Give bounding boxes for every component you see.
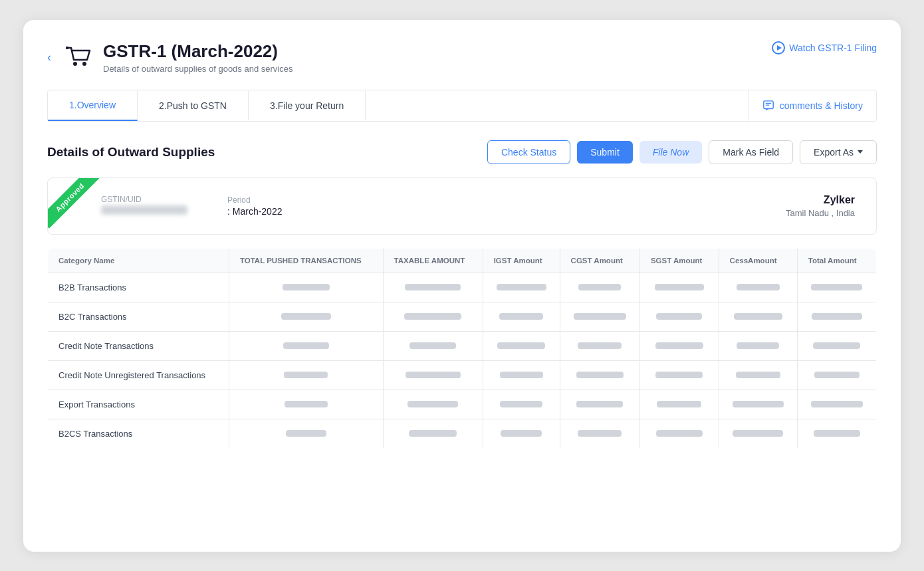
transactions-table: Category Name TOTAL PUSHED TRANSACTIONS … xyxy=(47,248,877,449)
tab-overview[interactable]: 1.Overview xyxy=(48,90,138,121)
gstin-block: GSTIN/UID xyxy=(101,195,187,217)
data-cell xyxy=(797,390,876,419)
main-card: ‹ GSTR-1 (March-2022) Details of outward… xyxy=(23,20,901,552)
page-header: ‹ GSTR-1 (March-2022) Details of outward… xyxy=(47,41,877,74)
tabs-bar: 1.Overview 2.Push to GSTN 3.File your Re… xyxy=(47,90,877,122)
data-cell xyxy=(383,273,483,302)
company-location: Tamil Nadu , India xyxy=(786,208,855,218)
info-card: Approved GSTIN/UID Period : March-2022 Z… xyxy=(47,177,877,235)
table-header-row: Category Name TOTAL PUSHED TRANSACTIONS … xyxy=(48,248,877,273)
page-title: GSTR-1 (March-2022) xyxy=(103,41,292,62)
svg-rect-0 xyxy=(66,47,68,49)
data-cell xyxy=(719,302,797,331)
data-cell xyxy=(383,302,483,331)
mark-as-field-button[interactable]: Mark As Field xyxy=(709,140,793,164)
data-cell xyxy=(560,273,639,302)
cart-icon xyxy=(62,41,94,73)
back-button[interactable]: ‹ xyxy=(47,51,51,64)
data-cell xyxy=(560,302,639,331)
comments-icon xyxy=(762,100,774,112)
data-cell xyxy=(639,390,719,419)
watch-label: Watch GSTR-1 Filing xyxy=(789,43,877,53)
comments-history-button[interactable]: comments & History xyxy=(749,90,876,121)
tab-push-gstn[interactable]: 2.Push to GSTN xyxy=(138,91,249,120)
table-row: Credit Note Unregistered Transactions xyxy=(48,360,877,390)
col-category: Category Name xyxy=(48,248,229,273)
actions-group: Check Status Submit File Now Mark As Fie… xyxy=(487,140,877,164)
col-total: Total Amount xyxy=(797,248,876,273)
table-row: B2CS Transactions xyxy=(48,419,877,448)
data-cell xyxy=(560,331,639,360)
svg-point-2 xyxy=(82,62,86,66)
svg-point-1 xyxy=(73,62,77,66)
data-cell xyxy=(229,360,383,390)
data-cell xyxy=(797,273,876,302)
data-cell xyxy=(483,331,560,360)
table-row: B2C Transactions xyxy=(48,302,877,331)
category-cell: B2C Transactions xyxy=(48,302,229,331)
category-cell: Credit Note Transactions xyxy=(48,331,229,360)
category-cell: Credit Note Unregistered Transactions xyxy=(48,360,229,390)
table-body: B2B TransactionsB2C TransactionsCredit N… xyxy=(48,273,877,448)
col-taxable: TAXABLE AMOUNT xyxy=(383,248,483,273)
data-cell xyxy=(719,360,797,390)
data-cell xyxy=(797,331,876,360)
data-cell xyxy=(639,331,719,360)
data-cell xyxy=(639,419,719,448)
data-cell xyxy=(719,419,797,448)
category-cell: Export Transactions xyxy=(48,390,229,419)
data-cell xyxy=(797,302,876,331)
data-cell xyxy=(560,390,639,419)
approved-ribbon: Approved xyxy=(48,178,101,229)
chevron-down-icon xyxy=(858,150,863,154)
approved-badge: Approved xyxy=(48,178,108,235)
section-title: Details of Outward Supplies xyxy=(47,145,215,160)
watch-gstr-link[interactable]: Watch GSTR-1 Filing xyxy=(772,41,877,55)
data-cell xyxy=(639,360,719,390)
company-name: Zylker xyxy=(786,194,855,206)
tab-file-return[interactable]: 3.File your Return xyxy=(249,91,366,120)
section-header: Details of Outward Supplies Check Status… xyxy=(47,140,877,164)
data-cell xyxy=(483,302,560,331)
header-left: ‹ GSTR-1 (March-2022) Details of outward… xyxy=(47,41,292,74)
data-cell xyxy=(560,419,639,448)
data-cell xyxy=(229,390,383,419)
period-value: : March-2022 xyxy=(227,206,282,217)
gstin-value xyxy=(101,205,187,217)
data-cell xyxy=(719,390,797,419)
export-as-button[interactable]: Export As xyxy=(800,140,877,164)
period-label: Period xyxy=(227,195,282,205)
data-cell xyxy=(719,273,797,302)
data-cell xyxy=(797,360,876,390)
data-cell xyxy=(229,302,383,331)
col-cgst: CGST Amount xyxy=(560,248,639,273)
data-cell xyxy=(383,390,483,419)
company-block: Zylker Tamil Nadu , India xyxy=(786,194,855,218)
table-row: Export Transactions xyxy=(48,390,877,419)
table-row: B2B Transactions xyxy=(48,273,877,302)
play-icon xyxy=(772,41,785,55)
category-cell: B2B Transactions xyxy=(48,273,229,302)
col-sgst: SGST Amount xyxy=(639,248,719,273)
data-cell xyxy=(483,390,560,419)
col-total-pushed: TOTAL PUSHED TRANSACTIONS xyxy=(229,248,383,273)
data-cell xyxy=(383,331,483,360)
data-cell xyxy=(719,331,797,360)
data-cell xyxy=(483,360,560,390)
title-group: GSTR-1 (March-2022) Details of outward s… xyxy=(103,41,292,74)
data-cell xyxy=(639,302,719,331)
check-status-button[interactable]: Check Status xyxy=(487,140,570,164)
data-cell xyxy=(797,419,876,448)
file-now-button[interactable]: File Now xyxy=(639,141,702,164)
info-card-inner: GSTIN/UID Period : March-2022 Zylker Tam… xyxy=(48,178,876,234)
col-cess: CessAmount xyxy=(719,248,797,273)
data-cell xyxy=(383,419,483,448)
data-cell xyxy=(229,331,383,360)
gstin-label: GSTIN/UID xyxy=(101,195,187,204)
data-cell xyxy=(560,360,639,390)
col-igst: IGST Amount xyxy=(483,248,560,273)
period-block: Period : March-2022 xyxy=(227,195,282,217)
data-cell xyxy=(639,273,719,302)
category-cell: B2CS Transactions xyxy=(48,419,229,448)
submit-button[interactable]: Submit xyxy=(577,141,633,164)
